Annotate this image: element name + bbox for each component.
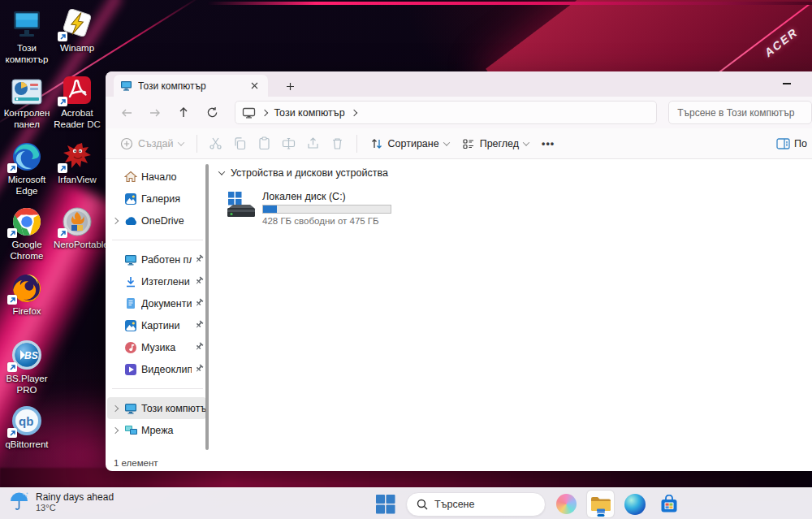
- desktop-icon-this-pc[interactable]: Този компютър: [3, 5, 50, 65]
- drive-item-c[interactable]: Локален диск (C:) 428 ГБ свободни от 475…: [226, 190, 388, 226]
- tab-this-pc[interactable]: Този компютър: [114, 75, 268, 97]
- sidebar-item-network[interactable]: Мрежа: [107, 419, 206, 441]
- chevron-down-icon: [523, 139, 529, 145]
- desktop-icon-label: Google Chrome: [3, 240, 50, 262]
- taskbar-search-box[interactable]: Търсене: [406, 492, 546, 517]
- toolbar-separator: [197, 135, 197, 153]
- shortcut-arrow-icon: [7, 362, 17, 372]
- store-taskbar-button[interactable]: [655, 491, 682, 517]
- file-explorer-window: Този компютър Този компютър Търсене в То…: [106, 71, 812, 471]
- copy-button[interactable]: [228, 132, 253, 156]
- sidebar-item-desktop[interactable]: Работен пло: [107, 249, 206, 270]
- desktop-icon-bsplayer[interactable]: BS BS.Player PRO: [3, 335, 50, 396]
- copilot-button[interactable]: [553, 491, 580, 517]
- toolbar-separator: [356, 135, 357, 153]
- irfanview-icon: [54, 136, 101, 172]
- shortcut-arrow-icon: [7, 295, 17, 305]
- view-icon: [462, 137, 475, 150]
- details-pane-button[interactable]: По: [776, 138, 812, 149]
- tab-close-icon[interactable]: [247, 79, 261, 93]
- drive-usage-fill: [263, 205, 277, 213]
- desktop-icon-label: qBittorrent: [3, 439, 50, 451]
- address-bar[interactable]: Този компютър: [235, 101, 657, 124]
- breadcrumb-chevron-icon: [350, 109, 356, 115]
- sort-button-label: Сортиране: [388, 138, 439, 149]
- collapse-chevron-icon[interactable]: [218, 168, 225, 175]
- new-tab-button[interactable]: [283, 79, 297, 93]
- desktop-icon-label: Firefox: [3, 306, 50, 318]
- minimize-button[interactable]: [781, 78, 793, 89]
- copilot-icon: [556, 494, 577, 514]
- explorer-search-box[interactable]: Търсене в Този компютър: [668, 101, 812, 124]
- desktop-icon-winamp[interactable]: Winamp: [54, 5, 101, 54]
- share-button[interactable]: [301, 132, 326, 156]
- sort-icon: [370, 137, 383, 150]
- paste-button[interactable]: [253, 132, 277, 156]
- desktop-icon-nero[interactable]: NeroPortable: [54, 201, 101, 251]
- desktop-icon-qbittorrent[interactable]: qb qBittorrent: [3, 401, 50, 451]
- cut-button[interactable]: [204, 132, 228, 156]
- pictures-icon: [123, 318, 138, 333]
- navigation-pane: Начало Галерия OneDrive Работен пло: [106, 159, 209, 455]
- shortcut-arrow-icon: [58, 32, 67, 41]
- more-options-button[interactable]: •••: [535, 132, 561, 156]
- control-panel-icon: [3, 70, 50, 106]
- group-header[interactable]: Устройства и дискови устройства: [219, 167, 812, 179]
- back-button[interactable]: [114, 102, 139, 124]
- sidebar-item-onedrive[interactable]: OneDrive: [107, 210, 206, 231]
- shortcut-arrow-icon: [58, 97, 67, 106]
- explorer-search-placeholder: Търсене в Този компютър: [677, 107, 794, 119]
- desktop-icon-control-panel[interactable]: Контролен панел: [3, 70, 50, 130]
- sidebar-divider: [112, 240, 203, 240]
- edge-icon: [3, 136, 50, 172]
- weather-headline: Rainy days ahead: [36, 491, 114, 503]
- forward-button[interactable]: [142, 102, 167, 124]
- desktop-icon-chrome[interactable]: Google Chrome: [3, 201, 50, 262]
- sidebar-item-this-pc[interactable]: Този компютър: [107, 397, 206, 419]
- sort-button[interactable]: Сортиране: [364, 132, 456, 156]
- desktop-icon-edge[interactable]: Microsoft Edge: [3, 136, 50, 197]
- expand-chevron-icon[interactable]: [112, 404, 119, 411]
- start-button[interactable]: [372, 491, 399, 517]
- desktop-icon-acrobat[interactable]: Acrobat Reader DC: [54, 70, 101, 130]
- sidebar-item-videos[interactable]: Видеоклипо: [107, 358, 206, 380]
- desktop-icon-label: BS.Player PRO: [3, 374, 50, 396]
- network-icon: [123, 423, 138, 438]
- navigation-bar: Този компютър Търсене в Този компютър: [106, 97, 812, 128]
- sidebar-item-gallery[interactable]: Галерия: [107, 188, 206, 210]
- breadcrumb[interactable]: Този компютър: [274, 107, 344, 119]
- nero-icon: [54, 201, 101, 237]
- svg-text:qb: qb: [19, 414, 33, 428]
- sidebar-item-home[interactable]: Начало: [107, 166, 206, 188]
- winamp-icon: [54, 5, 101, 41]
- file-explorer-icon: [590, 495, 611, 513]
- onedrive-cloud-icon: [123, 214, 138, 228]
- shortcut-arrow-icon: [7, 163, 17, 173]
- group-header-label: Устройства и дискови устройства: [231, 167, 388, 179]
- sidebar-item-pictures[interactable]: Картини: [107, 314, 206, 336]
- desktop-icon-label: Winamp: [54, 43, 101, 54]
- videos-icon: [123, 362, 138, 377]
- desktop-icon-irfanview[interactable]: IrfanView: [54, 136, 101, 186]
- weather-widget[interactable]: Rainy days ahead 13°C: [8, 491, 114, 513]
- expand-chevron-icon[interactable]: [112, 217, 119, 223]
- desktop-icon-label: IrfanView: [54, 175, 101, 186]
- expand-chevron-icon[interactable]: [112, 426, 119, 433]
- sidebar-item-downloads[interactable]: Изтеглени ф: [107, 270, 206, 292]
- qbittorrent-icon: qb: [3, 401, 50, 437]
- rename-button[interactable]: [277, 132, 301, 156]
- this-pc-icon: [3, 5, 50, 41]
- file-explorer-taskbar-button[interactable]: [587, 491, 614, 517]
- sidebar-item-music[interactable]: Музика: [107, 336, 206, 358]
- view-button[interactable]: Преглед: [456, 132, 535, 156]
- delete-button[interactable]: [326, 132, 350, 156]
- edge-taskbar-button[interactable]: [621, 491, 648, 517]
- drive-usage-bar: [262, 205, 391, 214]
- up-button[interactable]: [171, 102, 197, 124]
- new-button[interactable]: Създай: [114, 132, 190, 156]
- pin-icon: [195, 320, 205, 331]
- refresh-button[interactable]: [200, 102, 225, 124]
- desktop-icon-firefox[interactable]: Firefox: [3, 268, 50, 318]
- sidebar-scrollbar[interactable]: [205, 164, 209, 450]
- sidebar-item-documents[interactable]: Документи: [107, 292, 206, 314]
